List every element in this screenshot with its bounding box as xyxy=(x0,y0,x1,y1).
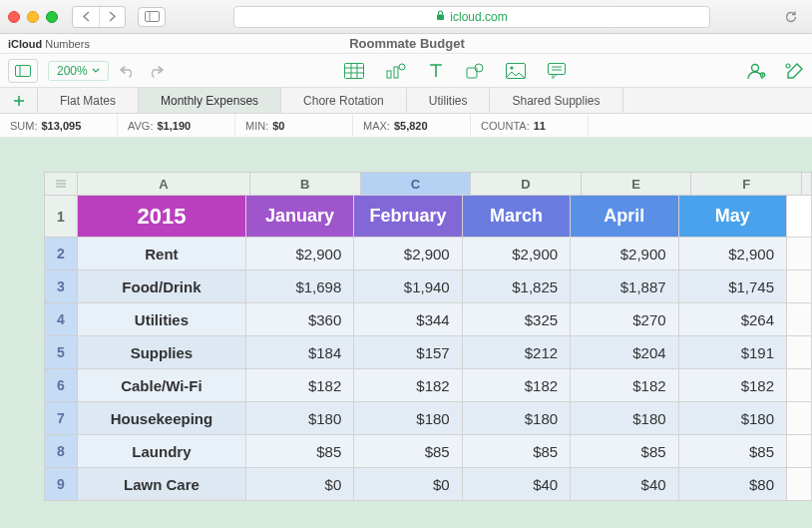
row-header[interactable]: 9 xyxy=(44,468,78,501)
reload-button[interactable] xyxy=(778,7,804,27)
close-window-button[interactable] xyxy=(8,11,20,23)
data-cell[interactable]: $204 xyxy=(571,336,678,369)
comment-insert-button[interactable] xyxy=(548,59,566,83)
year-cell[interactable]: 2015 xyxy=(78,196,246,238)
column-header[interactable]: C xyxy=(361,172,472,196)
row-header[interactable]: 2 xyxy=(44,238,78,270)
svg-point-12 xyxy=(399,64,405,70)
add-sheet-button[interactable] xyxy=(0,88,38,113)
redo-button[interactable] xyxy=(147,59,165,83)
data-cell[interactable]: $325 xyxy=(463,303,571,336)
data-cell[interactable]: $40 xyxy=(571,468,678,501)
data-cell[interactable]: $85 xyxy=(571,435,678,468)
collaborate-button[interactable] xyxy=(746,59,766,83)
row-header[interactable]: 3 xyxy=(44,270,78,303)
sheet-tab[interactable]: Monthly Expenses xyxy=(139,88,281,113)
format-panel-button[interactable] xyxy=(784,59,804,83)
row-header[interactable]: 4 xyxy=(44,303,78,336)
data-cell[interactable]: $1,745 xyxy=(679,270,787,303)
data-cell[interactable]: $182 xyxy=(246,369,354,402)
data-cell[interactable]: $1,887 xyxy=(571,270,678,303)
table-header-row: 2015JanuaryFebruaryMarchAprilMay xyxy=(78,196,812,238)
undo-button[interactable] xyxy=(119,59,137,83)
data-cell[interactable]: $157 xyxy=(354,336,462,369)
row-label-cell[interactable]: Housekeeping xyxy=(78,402,246,435)
data-cell[interactable]: $180 xyxy=(463,402,571,435)
text-insert-button[interactable] xyxy=(428,59,444,83)
column-header[interactable]: E xyxy=(582,172,692,196)
month-header-cell[interactable]: May xyxy=(679,196,787,238)
sheet-tab[interactable]: Shared Supplies xyxy=(490,88,622,113)
forward-button[interactable] xyxy=(99,7,125,27)
sheet-canvas[interactable]: ABCDEF 123456789 2015JanuaryFebruaryMarc… xyxy=(0,138,812,528)
data-cell[interactable]: $344 xyxy=(354,303,462,336)
data-cell[interactable]: $270 xyxy=(571,303,678,336)
column-header[interactable]: D xyxy=(471,172,582,196)
month-header-cell[interactable]: February xyxy=(354,196,462,238)
month-header-cell[interactable]: January xyxy=(246,196,354,238)
data-cell[interactable]: $2,900 xyxy=(571,238,678,270)
data-cell[interactable]: $2,900 xyxy=(463,238,571,270)
column-header[interactable]: F xyxy=(691,172,802,196)
row-header[interactable]: 6 xyxy=(44,369,78,402)
view-options-button[interactable] xyxy=(8,59,38,83)
row-header[interactable]: 7 xyxy=(44,402,78,435)
row-label-cell[interactable]: Utilities xyxy=(78,303,246,336)
data-cell[interactable]: $182 xyxy=(679,369,787,402)
chart-insert-button[interactable] xyxy=(386,59,406,83)
zoom-select[interactable]: 200% xyxy=(48,61,109,81)
sheet-tab[interactable]: Utilities xyxy=(407,88,491,113)
data-cell[interactable]: $2,900 xyxy=(679,238,787,270)
row-header[interactable]: 1 xyxy=(44,196,78,238)
data-cell[interactable]: $180 xyxy=(246,402,354,435)
row-label-cell[interactable]: Lawn Care xyxy=(78,468,246,501)
data-cell[interactable]: $2,900 xyxy=(246,238,354,270)
data-cell[interactable]: $85 xyxy=(354,435,462,468)
zoom-window-button[interactable] xyxy=(46,11,58,23)
column-header[interactable]: B xyxy=(250,172,361,196)
row-header[interactable]: 5 xyxy=(44,336,78,369)
data-cell[interactable]: $360 xyxy=(246,303,354,336)
address-bar[interactable]: icloud.com xyxy=(233,6,710,28)
data-cell[interactable]: $184 xyxy=(246,336,354,369)
row-label-cell[interactable]: Supplies xyxy=(78,336,246,369)
data-cell[interactable]: $191 xyxy=(679,336,787,369)
data-cell[interactable]: $182 xyxy=(571,369,678,402)
data-cell[interactable]: $182 xyxy=(463,369,571,402)
media-insert-button[interactable] xyxy=(506,59,526,83)
shape-insert-button[interactable] xyxy=(466,59,484,83)
minimize-window-button[interactable] xyxy=(27,11,39,23)
data-cell[interactable]: $180 xyxy=(571,402,678,435)
row-label-cell[interactable]: Laundry xyxy=(78,435,246,468)
data-cell[interactable]: $0 xyxy=(354,468,462,501)
sheet-tab[interactable]: Flat Mates xyxy=(38,88,139,113)
sheet-tab[interactable]: Chore Rotation xyxy=(281,88,407,113)
data-cell[interactable]: $182 xyxy=(354,369,462,402)
data-cell[interactable]: $180 xyxy=(354,402,462,435)
data-cell[interactable]: $85 xyxy=(679,435,787,468)
row-label-cell[interactable]: Cable/Wi-Fi xyxy=(78,369,246,402)
data-cell[interactable]: $85 xyxy=(463,435,571,468)
month-header-cell[interactable]: March xyxy=(463,196,571,238)
data-cell[interactable]: $0 xyxy=(246,468,354,501)
data-cell[interactable]: $1,698 xyxy=(246,270,354,303)
data-cell[interactable]: $1,825 xyxy=(463,270,571,303)
back-button[interactable] xyxy=(73,7,99,27)
row-header[interactable]: 8 xyxy=(44,435,78,468)
data-cell[interactable]: $180 xyxy=(679,402,787,435)
select-all-corner[interactable] xyxy=(44,172,78,196)
row-label-cell[interactable]: Food/Drink xyxy=(78,270,246,303)
row-label-cell[interactable]: Rent xyxy=(78,238,246,270)
data-cell[interactable]: $2,900 xyxy=(354,238,462,270)
month-header-cell[interactable]: April xyxy=(571,196,678,238)
sidebar-toggle-button[interactable] xyxy=(138,7,166,27)
data-cell[interactable]: $264 xyxy=(679,303,787,336)
data-cell[interactable]: $80 xyxy=(679,468,787,501)
table-insert-button[interactable] xyxy=(344,59,364,83)
data-cell[interactable]: $40 xyxy=(463,468,571,501)
cell-stub xyxy=(787,402,812,435)
data-cell[interactable]: $1,940 xyxy=(354,270,462,303)
data-cell[interactable]: $212 xyxy=(463,336,571,369)
data-cell[interactable]: $85 xyxy=(246,435,354,468)
column-header[interactable]: A xyxy=(78,172,250,196)
